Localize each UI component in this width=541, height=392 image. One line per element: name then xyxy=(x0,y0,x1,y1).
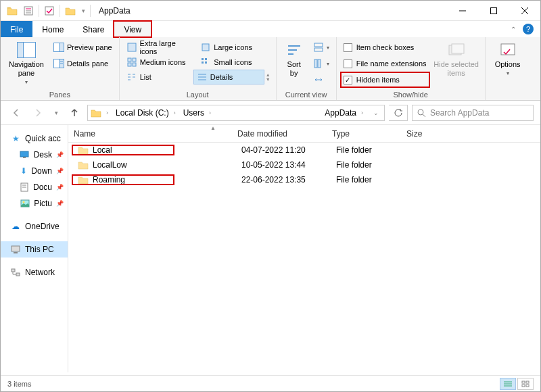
nav-onedrive[interactable]: ☁OneDrive xyxy=(1,218,68,235)
recent-locations-button[interactable]: ▾ xyxy=(51,104,62,122)
options-icon xyxy=(497,41,519,59)
folder-icon xyxy=(78,175,89,185)
nav-documents[interactable]: Docu📌 xyxy=(1,179,68,195)
nav-downloads[interactable]: ⬇Down📌 xyxy=(1,163,68,179)
layout-scroll-up-icon[interactable]: ▲ xyxy=(266,72,270,77)
sm-icons-icon xyxy=(200,57,211,68)
sort-by-button[interactable]: Sort by xyxy=(281,40,308,79)
tab-file[interactable]: File xyxy=(1,21,32,37)
svg-rect-6 xyxy=(491,7,497,14)
size-columns-icon xyxy=(313,74,324,85)
up-button[interactable] xyxy=(66,104,83,122)
documents-icon xyxy=(20,182,29,193)
navigation-pane-button[interactable]: Navigation pane ▾ xyxy=(5,40,48,87)
layout-extra-large[interactable]: Extra large icons xyxy=(124,40,198,55)
address-bar: ▾ › Local Disk (C:)› Users› AppData› ⌄ S… xyxy=(1,101,540,125)
tab-home[interactable]: Home xyxy=(32,21,73,37)
qat-dropdown-icon[interactable]: ▾ xyxy=(79,3,87,18)
column-size[interactable]: Size xyxy=(406,129,447,139)
layout-large[interactable]: Large icons xyxy=(197,40,272,55)
folder-icon xyxy=(78,145,89,155)
svg-rect-56 xyxy=(11,269,15,272)
folder-icon xyxy=(78,160,89,170)
nav-desktop[interactable]: Desk📌 xyxy=(1,147,68,163)
svg-rect-26 xyxy=(205,62,207,64)
svg-rect-44 xyxy=(501,44,515,55)
pc-icon xyxy=(10,244,21,255)
star-icon: ★ xyxy=(10,133,21,144)
search-icon xyxy=(417,108,426,118)
layout-small[interactable]: Small icons xyxy=(197,55,272,70)
add-columns-button[interactable]: ▾ xyxy=(310,56,332,71)
nav-network[interactable]: Network xyxy=(1,264,68,280)
size-columns-button[interactable] xyxy=(310,72,332,87)
forward-button[interactable] xyxy=(29,104,47,122)
layout-scroll-down-icon[interactable]: ▼ xyxy=(266,77,270,82)
preview-pane-button[interactable]: Preview pane xyxy=(51,40,115,55)
svg-rect-40 xyxy=(314,59,317,68)
svg-rect-12 xyxy=(60,43,64,52)
properties-icon[interactable] xyxy=(21,3,36,18)
layout-medium[interactable]: Medium icons xyxy=(124,55,198,70)
search-input[interactable]: Search AppData xyxy=(412,105,534,121)
breadcrumb-segment[interactable]: Users› xyxy=(181,105,216,120)
svg-rect-55 xyxy=(14,252,18,253)
svg-point-45 xyxy=(418,109,423,115)
preview-pane-label: Preview pane xyxy=(67,43,112,51)
navigation-pane[interactable]: ★Quick acc Desk📌 ⬇Down📌 Docu📌 Pictu📌 ☁On… xyxy=(1,125,68,372)
details-view-button[interactable] xyxy=(500,378,516,390)
hide-selected-icon xyxy=(446,41,467,59)
navigation-pane-icon xyxy=(16,41,37,59)
breadcrumb-dropdown-icon[interactable]: ⌄ xyxy=(368,105,384,120)
refresh-button[interactable] xyxy=(389,105,408,121)
nav-quick-access[interactable]: ★Quick acc xyxy=(1,130,68,147)
svg-rect-10 xyxy=(18,43,24,58)
collapse-ribbon-icon[interactable]: ⌃ xyxy=(511,26,516,33)
ribbon: Navigation pane ▾ Preview pane Details p… xyxy=(1,37,540,101)
breadcrumb-segment[interactable]: AppData› xyxy=(322,105,368,120)
tab-view[interactable]: View xyxy=(114,21,151,37)
cloud-icon: ☁ xyxy=(10,221,21,232)
svg-rect-66 xyxy=(526,385,529,387)
column-type[interactable]: Type xyxy=(332,129,406,139)
tab-share[interactable]: Share xyxy=(73,21,114,37)
nav-this-pc[interactable]: This PC xyxy=(1,241,68,258)
options-button[interactable]: Options ▾ xyxy=(490,40,526,78)
close-button[interactable] xyxy=(509,1,540,21)
svg-rect-43 xyxy=(452,44,464,53)
svg-rect-41 xyxy=(318,59,321,68)
svg-rect-54 xyxy=(11,246,20,251)
column-date[interactable]: Date modified xyxy=(237,129,332,139)
table-row[interactable]: Local 04-07-2022 11:20 File folder xyxy=(68,143,540,157)
svg-rect-38 xyxy=(314,43,323,47)
svg-rect-39 xyxy=(314,48,323,51)
table-row[interactable]: LocalLow 10-05-2022 13:44 File folder xyxy=(68,157,540,172)
back-button[interactable] xyxy=(7,104,25,122)
group-by-button[interactable]: ▾ xyxy=(310,40,332,55)
group-by-icon xyxy=(313,42,324,53)
svg-rect-64 xyxy=(526,381,529,383)
checkbox-icon xyxy=(344,43,352,52)
network-icon xyxy=(10,267,21,278)
breadcrumb-segment[interactable]: Local Disk (C:)› xyxy=(113,105,181,120)
svg-rect-18 xyxy=(202,44,209,51)
nav-pictures[interactable]: Pictu📌 xyxy=(1,195,68,212)
details-pane-button[interactable]: Details pane xyxy=(51,56,115,71)
checkbox-icon[interactable] xyxy=(42,3,57,18)
layout-details[interactable]: Details xyxy=(193,70,264,84)
svg-rect-20 xyxy=(133,58,136,62)
hide-selected-button[interactable]: Hide selected items xyxy=(432,40,481,79)
hidden-items-toggle[interactable]: ✓Hidden items xyxy=(341,72,429,87)
help-icon[interactable]: ? xyxy=(523,24,534,34)
add-columns-icon xyxy=(313,58,324,69)
column-headers: ▲ Name Date modified Type Size xyxy=(68,125,540,143)
maximize-button[interactable] xyxy=(478,1,509,21)
svg-point-53 xyxy=(22,201,24,203)
table-row[interactable]: Roaming 22-06-2022 13:35 File folder xyxy=(68,172,540,187)
minimize-button[interactable] xyxy=(447,1,478,21)
layout-list[interactable]: List xyxy=(124,70,193,84)
thumbnails-view-button[interactable] xyxy=(517,378,534,390)
breadcrumb[interactable]: › Local Disk (C:)› Users› AppData› ⌄ xyxy=(87,105,385,121)
item-checkboxes-toggle[interactable]: Item check boxes xyxy=(341,40,429,55)
file-extensions-toggle[interactable]: File name extensions xyxy=(341,56,429,71)
